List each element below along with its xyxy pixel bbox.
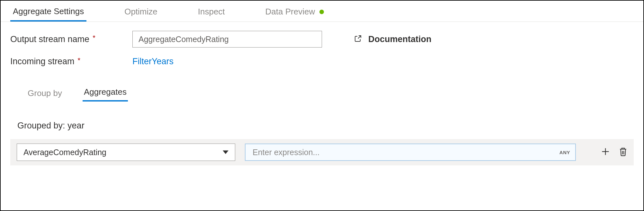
column-name-select[interactable]: AverageComedyRating: [17, 144, 235, 161]
chevron-down-icon: [223, 148, 228, 157]
status-dot-icon: [319, 10, 324, 14]
top-tab-bar: Aggregate Settings Optimize Inspect Data…: [1, 1, 643, 22]
tab-label: Data Preview: [265, 7, 315, 17]
delete-button[interactable]: [619, 147, 627, 158]
label-incoming-stream: Incoming stream *: [10, 57, 132, 66]
documentation-label: Documentation: [368, 34, 432, 44]
open-external-icon: [354, 35, 362, 44]
incoming-stream-link[interactable]: FilterYears: [132, 57, 174, 66]
label-output-stream-name: Output stream name *: [10, 34, 132, 44]
row-output-stream-name: Output stream name * Documentation: [10, 31, 634, 48]
sub-tab-bar: Group by Aggregates: [1, 79, 643, 101]
required-asterisk-icon: *: [78, 56, 81, 65]
tab-aggregate-settings[interactable]: Aggregate Settings: [10, 1, 86, 22]
form-area: Output stream name * Documentation Incom…: [1, 22, 643, 79]
label-text: Output stream name: [10, 34, 89, 44]
subtab-label: Group by: [28, 88, 62, 98]
documentation-link[interactable]: Documentation: [325, 34, 634, 44]
trash-icon: [619, 147, 627, 158]
label-text: Incoming stream: [10, 57, 75, 66]
column-name-value: AverageComedyRating: [23, 148, 106, 157]
tab-optimize[interactable]: Optimize: [122, 2, 160, 21]
tab-label: Optimize: [124, 7, 157, 17]
tab-label: Inspect: [198, 7, 225, 17]
required-asterisk-icon: *: [93, 34, 95, 42]
expression-type-badge: ANY: [559, 150, 570, 155]
tab-label: Aggregate Settings: [13, 6, 84, 16]
tab-data-preview[interactable]: Data Preview: [263, 2, 327, 21]
row-incoming-stream: Incoming stream * FilterYears: [10, 57, 634, 66]
expression-placeholder: Enter expression...: [253, 148, 319, 157]
plus-icon: [601, 147, 610, 158]
subtab-group-by[interactable]: Group by: [26, 85, 63, 101]
row-actions: [586, 147, 627, 158]
expression-input[interactable]: Enter expression... ANY: [245, 144, 576, 161]
aggregate-row: AverageComedyRating Enter expression... …: [10, 139, 634, 165]
output-stream-name-input[interactable]: [132, 31, 322, 48]
subtab-label: Aggregates: [84, 87, 127, 97]
aggregate-settings-panel: Aggregate Settings Optimize Inspect Data…: [1, 1, 643, 165]
tab-inspect[interactable]: Inspect: [195, 2, 228, 21]
add-button[interactable]: [601, 147, 610, 158]
grouped-by-label: Grouped by: year: [1, 101, 643, 136]
subtab-aggregates[interactable]: Aggregates: [83, 84, 128, 101]
